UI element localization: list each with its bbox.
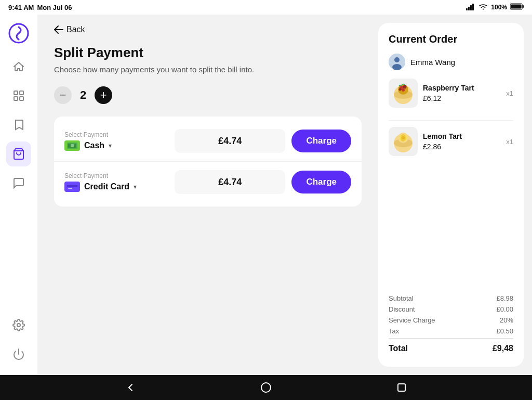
customer-row: Emma Wang (389, 54, 513, 70)
customer-avatar (389, 54, 405, 70)
svg-rect-5 (523, 5, 524, 8)
svg-point-31 (399, 88, 402, 91)
svg-rect-39 (398, 384, 405, 391)
back-label: Back (66, 25, 85, 34)
svg-point-29 (403, 85, 407, 89)
order-summary: Subtotal £8.98 Discount £0.00 Service Ch… (389, 294, 513, 356)
total-value: £9,48 (493, 344, 513, 353)
svg-rect-2 (470, 5, 472, 10)
svg-rect-11 (20, 97, 23, 100)
payment-method-col-2: Select Payment Credit Card ▾ (64, 172, 168, 192)
increment-button[interactable]: + (95, 86, 112, 104)
subtotal-label: Subtotal (389, 294, 414, 302)
discount-label: Discount (389, 305, 415, 313)
order-divider-1 (389, 120, 513, 121)
sidebar-item-bookmark[interactable] (6, 112, 31, 137)
sidebar-item-power[interactable] (6, 342, 31, 367)
order-item-0: Raspberry Tart £6,12 x1 (389, 79, 513, 108)
app-logo (8, 23, 29, 44)
content-area: Back Split Payment Choose how many payme… (37, 15, 378, 375)
back-button[interactable]: Back (54, 25, 362, 34)
svg-rect-10 (14, 97, 18, 100)
signal-icon (466, 3, 475, 12)
payment-type-name-2: Credit Card (84, 182, 129, 191)
payment-row-2: Select Payment Credit Card ▾ £ (54, 161, 362, 202)
nav-recents-button[interactable] (392, 378, 411, 397)
page-subtitle: Choose how many payments you want to spl… (54, 65, 362, 74)
item-details-1: Lemon Tart £2,86 (423, 132, 501, 151)
charge-button-2[interactable]: Charge (291, 171, 351, 193)
discount-value: £0.00 (496, 305, 513, 313)
tax-value: £0.50 (496, 327, 513, 335)
svg-rect-1 (468, 7, 470, 10)
sidebar (0, 15, 37, 375)
service-charge-label: Service Charge (389, 316, 435, 324)
svg-rect-8 (14, 91, 18, 95)
battery-level: 100% (491, 4, 507, 11)
payment-rows-card: Select Payment Cash ▾ £4.74 (54, 117, 362, 207)
sidebar-item-grid[interactable] (6, 83, 31, 108)
split-count-row: − 2 + (54, 86, 362, 104)
payment-type-name-1: Cash (84, 141, 104, 150)
charge-button-1[interactable]: Charge (291, 130, 351, 152)
sidebar-item-cart[interactable] (6, 141, 31, 166)
order-panel: Current Order Emma Wang (378, 23, 524, 367)
payment-type-selector-1[interactable]: Cash ▾ (64, 140, 168, 151)
item-details-0: Raspberry Tart £6,12 (423, 84, 501, 102)
sidebar-item-home[interactable] (6, 54, 31, 79)
status-bar: 9:41 AM Mon Jul 06 100% (0, 0, 532, 15)
chevron-down-icon-1: ▾ (109, 142, 112, 149)
nav-home-button[interactable] (257, 378, 275, 397)
svg-point-13 (17, 324, 20, 327)
payment-amount-1: £4.74 (175, 129, 285, 153)
sidebar-item-chat[interactable] (6, 171, 31, 196)
customer-name: Emma Wang (410, 58, 455, 67)
svg-rect-6 (511, 5, 522, 9)
sidebar-item-settings[interactable] (6, 313, 31, 338)
item-name-0: Raspberry Tart (423, 84, 501, 92)
summary-total-row: Total £9,48 (389, 338, 513, 353)
nav-back-button[interactable] (121, 378, 140, 397)
item-qty-1: x1 (506, 138, 513, 146)
battery-icon (510, 3, 524, 11)
service-charge-value: 20% (500, 316, 513, 324)
status-date: Mon Jul 06 (37, 4, 72, 11)
tax-label: Tax (389, 327, 399, 335)
svg-rect-9 (20, 91, 23, 95)
svg-point-23 (394, 57, 400, 62)
payment-amount-2: £4.74 (175, 170, 285, 194)
summary-discount-row: Discount £0.00 (389, 305, 513, 313)
item-image-1 (389, 127, 418, 156)
item-price-0: £6,12 (423, 94, 501, 102)
summary-tax-row: Tax £0.50 (389, 327, 513, 335)
payment-type-selector-2[interactable]: Credit Card ▾ (64, 182, 168, 192)
svg-point-38 (261, 383, 271, 392)
chevron-down-icon-2: ▾ (134, 183, 137, 190)
subtotal-value: £8.98 (496, 294, 513, 302)
svg-point-30 (402, 88, 405, 92)
order-title: Current Order (389, 33, 513, 45)
credit-card-icon (64, 182, 80, 192)
decrement-button[interactable]: − (54, 86, 72, 104)
svg-rect-21 (68, 188, 72, 189)
payment-method-col-1: Select Payment Cash ▾ (64, 131, 168, 151)
split-count-value: 2 (80, 88, 86, 102)
summary-service-charge-row: Service Charge 20% (389, 316, 513, 324)
svg-rect-0 (466, 8, 468, 10)
item-price-1: £2,86 (423, 143, 501, 151)
svg-rect-3 (472, 4, 474, 10)
payment-label-1: Select Payment (64, 131, 168, 138)
order-item-1: Lemon Tart £2,86 x1 (389, 127, 513, 156)
payment-row-1: Select Payment Cash ▾ £4.74 (54, 121, 362, 161)
item-qty-0: x1 (506, 89, 513, 97)
status-time: 9:41 AM (8, 4, 34, 11)
item-name-1: Lemon Tart (423, 132, 501, 140)
svg-rect-20 (67, 185, 77, 187)
svg-point-37 (402, 136, 405, 139)
summary-subtotal-row: Subtotal £8.98 (389, 294, 513, 302)
svg-point-24 (392, 64, 402, 70)
bottom-nav-bar (0, 375, 532, 400)
item-image-0 (389, 79, 418, 108)
cash-icon (64, 140, 80, 151)
page-title: Split Payment (54, 45, 362, 61)
